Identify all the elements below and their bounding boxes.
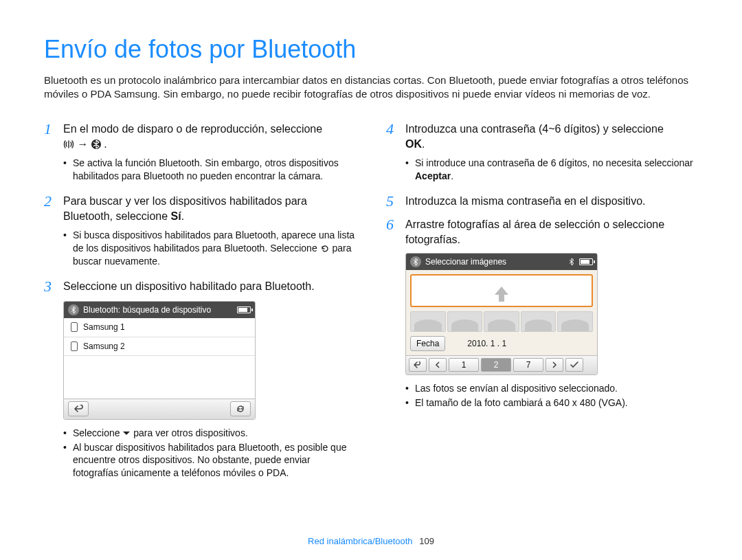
bluetooth-status-icon bbox=[68, 304, 79, 315]
step1-text-c: . bbox=[104, 138, 106, 150]
antenna-icon bbox=[63, 139, 74, 150]
next-button[interactable] bbox=[546, 358, 563, 372]
step1-text-a: En el modo de disparo o de reproducción,… bbox=[63, 123, 322, 135]
page-1[interactable]: 1 bbox=[449, 358, 479, 372]
step3-bullet-1: Seleccione para ver otros dispositivos. bbox=[63, 427, 356, 440]
back-button[interactable] bbox=[68, 401, 89, 416]
step6-bullet-1: Las fotos se envían al dispositivo selec… bbox=[405, 382, 698, 395]
step-number: 5 bbox=[386, 192, 405, 210]
step-number: 3 bbox=[44, 278, 63, 295]
device-row[interactable]: Samsung 1 bbox=[64, 318, 255, 337]
step4-bold: OK bbox=[405, 138, 422, 150]
page-footer: Red inalámbrica/Bluetooth 109 bbox=[0, 535, 742, 548]
step2-bullet-a: Si busca dispositivos habilitados para B… bbox=[73, 229, 355, 254]
columns: 1 En el modo de disparo o de reproducció… bbox=[44, 120, 698, 489]
step3-bullet-a-pre: Seleccione bbox=[73, 427, 122, 438]
footer-section: Red inalámbrica/Bluetooth bbox=[308, 536, 412, 546]
refresh-button[interactable] bbox=[230, 401, 251, 416]
step1-bullets: Se activa la función Bluetooth. Sin emba… bbox=[63, 157, 356, 183]
battery-icon bbox=[579, 258, 593, 265]
back-button[interactable] bbox=[409, 358, 427, 372]
step2-bold: Sí bbox=[171, 210, 181, 222]
select-images-screen: Seleccionar imágenes Fecha 2010. 1 . 1 bbox=[405, 253, 598, 375]
step2-bullets: Si busca dispositivos habilitados para B… bbox=[63, 229, 356, 268]
back-icon bbox=[414, 361, 422, 368]
photo-thumbnail[interactable] bbox=[484, 311, 519, 332]
phone-icon bbox=[71, 341, 78, 351]
step4-bullet-1: Si introduce una contraseña de 6 dígitos… bbox=[405, 157, 698, 183]
screen-topbar: Bluetooth: búsqueda de dispositivo bbox=[64, 302, 255, 318]
step-1: 1 En el modo de disparo o de reproducció… bbox=[44, 120, 356, 151]
date-row: Fecha 2010. 1 . 1 bbox=[406, 332, 597, 355]
chevron-down-icon bbox=[122, 430, 131, 437]
left-column: 1 En el modo de disparo o de reproducció… bbox=[44, 120, 356, 489]
chevron-left-icon bbox=[435, 361, 440, 368]
empty-space bbox=[64, 356, 255, 399]
step-text: Para buscar y ver los dispositivos habil… bbox=[63, 192, 356, 223]
screen-title: Seleccionar imágenes bbox=[425, 256, 506, 267]
device-name: Samsung 1 bbox=[83, 322, 125, 333]
step-number: 4 bbox=[386, 120, 405, 151]
page-number: 109 bbox=[419, 536, 434, 546]
step4-text-a: Introduzca una contraseña (4~6 dígitos) … bbox=[405, 123, 664, 135]
step6-bullet-2: El tamaño de la foto cambiará a 640 x 48… bbox=[405, 396, 698, 410]
step-3: 3 Seleccione un dispositivo habilitado p… bbox=[44, 278, 356, 295]
step-number: 1 bbox=[44, 120, 63, 151]
pager-bar: 1 2 7 bbox=[406, 355, 597, 374]
step-number: 2 bbox=[44, 192, 63, 223]
back-icon bbox=[74, 405, 83, 413]
page-7[interactable]: 7 bbox=[513, 358, 543, 372]
intro-text: Bluetooth es un protocolo inalámbrico pa… bbox=[44, 74, 698, 102]
bluetooth-status-icon bbox=[410, 256, 421, 267]
phone-icon bbox=[71, 322, 78, 332]
photo-thumbnail[interactable] bbox=[521, 311, 556, 332]
page-2[interactable]: 2 bbox=[481, 358, 511, 372]
date-value: 2010. 1 . 1 bbox=[467, 338, 506, 349]
device-list: Samsung 1 Samsung 2 bbox=[64, 318, 255, 398]
battery-icon bbox=[237, 306, 251, 313]
upload-arrow-icon bbox=[495, 287, 508, 295]
photo-thumbnail[interactable] bbox=[410, 311, 446, 332]
step3-bullet-2: Al buscar dispositivos habilitados para … bbox=[63, 441, 356, 480]
step4-bullets: Si introduce una contraseña de 6 dígitos… bbox=[405, 157, 698, 183]
step3-bullets: Seleccione para ver otros dispositivos. … bbox=[63, 427, 356, 480]
drop-area[interactable] bbox=[410, 274, 593, 307]
step-text: En el modo de disparo o de reproducción,… bbox=[63, 120, 322, 151]
step6-bullets: Las fotos se envían al dispositivo selec… bbox=[405, 382, 698, 410]
step-number: 6 bbox=[386, 216, 405, 247]
refresh-icon bbox=[236, 404, 245, 414]
step1-arrow: → bbox=[77, 138, 91, 150]
step4-text-b: . bbox=[422, 138, 425, 150]
step-text: Introduzca una contraseña (4~6 dígitos) … bbox=[405, 120, 664, 151]
step-text: Seleccione un dispositivo habilitado par… bbox=[63, 278, 315, 295]
step-4: 4 Introduzca una contraseña (4~6 dígitos… bbox=[386, 120, 698, 151]
step4-bullet-b: . bbox=[451, 170, 453, 181]
step-text: Arrastre fotografías al área de selecció… bbox=[405, 216, 698, 247]
check-icon bbox=[570, 361, 578, 368]
step1-bullet-1: Se activa la función Bluetooth. Sin emba… bbox=[63, 157, 356, 183]
screen-topbar: Seleccionar imágenes bbox=[406, 254, 597, 270]
prev-button[interactable] bbox=[429, 358, 447, 372]
device-name: Samsung 2 bbox=[83, 341, 125, 352]
device-row[interactable]: Samsung 2 bbox=[64, 337, 255, 356]
photo-thumbnail[interactable] bbox=[447, 311, 483, 332]
photo-thumbnail[interactable] bbox=[557, 311, 593, 332]
right-column: 4 Introduzca una contraseña (4~6 dígitos… bbox=[386, 120, 698, 489]
step-5: 5 Introduzca la misma contraseña en el d… bbox=[386, 192, 698, 210]
refresh-icon bbox=[320, 244, 330, 254]
thumbnail-strip bbox=[406, 311, 597, 332]
fecha-button[interactable]: Fecha bbox=[410, 336, 445, 351]
step3-bullet-a-post: para ver otros dispositivos. bbox=[133, 427, 248, 438]
screen-title: Bluetooth: búsqueda de dispositivo bbox=[83, 304, 211, 315]
step-text: Introduzca la misma contraseña en el dis… bbox=[405, 192, 646, 210]
confirm-button[interactable] bbox=[565, 358, 583, 372]
step2-text-b: . bbox=[181, 210, 184, 222]
chevron-right-icon bbox=[552, 361, 557, 368]
bluetooth-icon bbox=[91, 139, 101, 150]
screen-bottombar bbox=[64, 399, 255, 419]
step-2: 2 Para buscar y ver los dispositivos hab… bbox=[44, 192, 356, 223]
bluetooth-small-icon bbox=[568, 258, 575, 266]
step4-bullet-a: Si introduce una contraseña de 6 dígitos… bbox=[415, 157, 693, 168]
step-6: 6 Arrastre fotografías al área de selecc… bbox=[386, 216, 698, 247]
step2-bullet-1: Si busca dispositivos habilitados para B… bbox=[63, 229, 356, 268]
